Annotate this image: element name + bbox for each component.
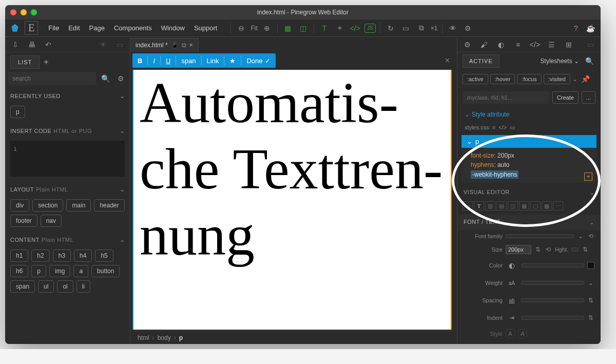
stylesheet-src[interactable]: styles.css ≡ </> ▭: [457, 122, 601, 133]
phone-icon[interactable]: 📱: [171, 42, 179, 49]
panel-menu-icon[interactable]: ▭: [113, 39, 126, 51]
stylesheets-dropdown[interactable]: Stylesheets ⌄: [541, 58, 579, 65]
selector-input[interactable]: [463, 91, 549, 104]
canvas[interactable]: Automatis­che Texttren­nung: [132, 70, 452, 330]
css-decl-hyphens[interactable]: hyphens: auto: [471, 160, 587, 169]
font-text-header[interactable]: FONT / TEXT ⌄: [457, 215, 601, 230]
chevron-down-icon[interactable]: ⌄: [577, 233, 584, 240]
crumb-body[interactable]: body: [158, 334, 171, 341]
pseudo-hover[interactable]: :hover: [490, 74, 515, 84]
tag-nav[interactable]: nav: [41, 215, 62, 227]
menu-window[interactable]: Window: [157, 22, 189, 34]
menu-edit[interactable]: Edit: [64, 22, 84, 34]
code-panel-icon[interactable]: </>: [529, 39, 541, 51]
list-icon[interactable]: ≡: [512, 39, 524, 51]
add-panel-icon[interactable]: ⊞: [563, 39, 574, 51]
tag-img[interactable]: img: [49, 265, 70, 277]
tag-li[interactable]: li: [76, 280, 90, 293]
close-window-button[interactable]: [10, 9, 16, 15]
menu-components[interactable]: Components: [110, 22, 156, 34]
tag-header[interactable]: header: [94, 199, 124, 212]
hght-input[interactable]: [571, 247, 579, 252]
css-decl-font-size[interactable]: font-size: 200px: [471, 151, 587, 160]
document-tab[interactable]: index.html * 📱 ⧉ ×: [130, 38, 199, 52]
crumb-p[interactable]: p: [179, 334, 183, 341]
close-canvas-button[interactable]: ×: [440, 56, 455, 65]
insert-code-header[interactable]: INSERT CODEHTML or PUG ⌄: [5, 123, 130, 139]
tag-h3[interactable]: h3: [53, 250, 71, 262]
crumb-html[interactable]: html: [138, 334, 149, 341]
active-tab[interactable]: ACTIVE: [463, 54, 499, 68]
color-picker-icon[interactable]: ◐: [506, 259, 518, 272]
devices-split-icon[interactable]: ⧉: [182, 42, 186, 49]
search-input[interactable]: [8, 72, 96, 85]
menu-support[interactable]: Support: [190, 22, 222, 34]
style-normal-icon[interactable]: A: [506, 329, 515, 338]
target-icon[interactable]: ⌖: [334, 22, 346, 34]
add-tab-button[interactable]: +: [40, 55, 52, 69]
pseudo-visited[interactable]: :visited: [544, 74, 570, 84]
tag-h6[interactable]: h6: [10, 265, 28, 277]
ve-layout1-icon[interactable]: ▥: [485, 201, 495, 210]
settings-icon[interactable]: ⚙: [462, 22, 474, 34]
star-button[interactable]: ★: [224, 55, 241, 67]
tag-h2[interactable]: h2: [31, 250, 49, 262]
content-header[interactable]: CONTENTPlain HTML ⌄: [5, 232, 130, 247]
tag-button[interactable]: button: [91, 265, 120, 277]
minimize-window-button[interactable]: [21, 9, 27, 15]
tag-h5[interactable]: h5: [95, 250, 113, 262]
stepper-icon[interactable]: ⇅: [582, 246, 589, 253]
print-icon[interactable]: 🖶: [26, 39, 38, 51]
ve-box-icon[interactable]: ▭: [463, 201, 473, 210]
zoom-in-icon[interactable]: ⊕: [261, 22, 273, 34]
layout-header[interactable]: LAYOUTPlain HTML ⌄: [5, 182, 130, 197]
css-rule-header[interactable]: ⌄ p: [461, 135, 596, 148]
brush-icon[interactable]: 🖌: [478, 39, 490, 51]
grid-icon[interactable]: ▦: [282, 22, 294, 34]
stepper-icon[interactable]: ⇅: [587, 314, 594, 321]
style-italic-icon[interactable]: A: [518, 329, 527, 338]
tag-footer[interactable]: footer: [10, 215, 37, 227]
indent-input[interactable]: [521, 316, 584, 320]
tag-div[interactable]: div: [10, 199, 29, 212]
size-input[interactable]: [506, 245, 531, 254]
menu-page[interactable]: Page: [85, 22, 109, 34]
library-toggle-icon[interactable]: ⇩: [9, 39, 22, 51]
coffee-icon[interactable]: ☕: [584, 22, 596, 34]
settings-sliders-icon[interactable]: ⚙: [461, 39, 473, 51]
tag-h4[interactable]: h4: [74, 250, 92, 262]
underline-button[interactable]: U: [161, 55, 176, 67]
create-rule-button[interactable]: Create: [552, 91, 579, 104]
stepper-icon[interactable]: ⇅: [534, 246, 542, 253]
chevron-down-icon[interactable]: ⌄: [587, 279, 594, 286]
color-input[interactable]: [521, 263, 584, 267]
visibility-icon[interactable]: 👁: [447, 22, 459, 34]
filter-icon[interactable]: ⚙: [114, 72, 127, 85]
theme-icon[interactable]: ◐: [495, 39, 507, 51]
panel-dock-icon[interactable]: ▭: [585, 39, 596, 51]
ve-layout2-icon[interactable]: ▤: [496, 201, 507, 210]
tag-main[interactable]: main: [66, 199, 91, 212]
text-icon[interactable]: T: [318, 22, 331, 34]
pseudo-focus[interactable]: :focus: [517, 74, 541, 84]
pin-icon[interactable]: 📌: [580, 73, 592, 85]
tree-icon[interactable]: ☰: [546, 39, 557, 51]
canvas-paragraph[interactable]: Automatis­che Texttren­nung: [140, 70, 445, 268]
js-icon[interactable]: JS: [364, 24, 376, 33]
spacing-input[interactable]: [521, 298, 584, 302]
italic-button[interactable]: I: [148, 55, 160, 67]
ve-border-icon[interactable]: ▢: [530, 201, 541, 210]
eye-icon[interactable]: 👁: [97, 39, 109, 51]
close-tab-icon[interactable]: ×: [189, 42, 193, 49]
tag-h1[interactable]: h1: [10, 250, 28, 262]
ve-text-icon[interactable]: T: [474, 201, 484, 210]
maximize-window-button[interactable]: [31, 9, 37, 15]
recently-used-header[interactable]: RECENTLY USED ⌄: [5, 88, 130, 104]
more-options-button[interactable]: ...: [582, 91, 595, 104]
span-button[interactable]: span: [176, 55, 201, 67]
reset-size-icon[interactable]: ⟲: [545, 246, 552, 253]
css-decl-editing[interactable]: -webkit-hyphens: [471, 169, 587, 180]
ve-grid-icon[interactable]: ▩: [542, 201, 552, 210]
zoom-out-icon[interactable]: ⊖: [235, 22, 247, 34]
tag-span[interactable]: span: [10, 280, 35, 293]
